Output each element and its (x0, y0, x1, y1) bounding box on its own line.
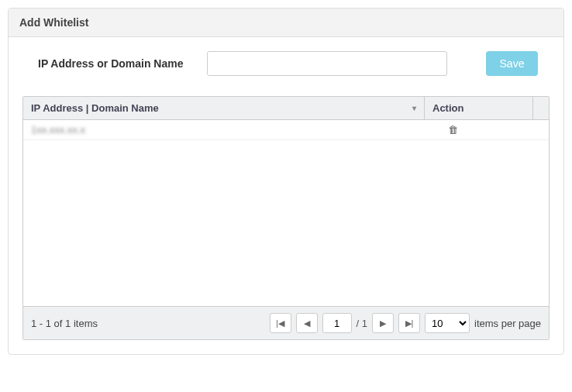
pager: |◀ ◀ / 1 ▶ ▶| 10 items (270, 313, 541, 333)
grid-footer: 1 - 1 of 1 items |◀ ◀ / 1 ▶ ▶| (23, 306, 549, 339)
column-header-ip-label: IP Address | Domain Name (31, 102, 159, 114)
chevron-right-icon: ▶ (380, 318, 386, 328)
column-header-ip[interactable]: IP Address | Domain Name ▾ (23, 97, 425, 119)
first-page-button[interactable]: |◀ (270, 313, 291, 333)
whitelist-form-row: IP Address or Domain Name Save (22, 51, 550, 76)
trash-icon[interactable]: 🗑 (448, 124, 458, 136)
total-pages-label: / 1 (357, 318, 367, 329)
total-pages-value: 1 (362, 318, 367, 329)
cell-ip: 1xx.xxx.xx.x (23, 120, 440, 139)
first-page-icon: |◀ (276, 318, 284, 328)
next-page-button[interactable]: ▶ (372, 313, 394, 333)
ip-domain-input[interactable] (207, 51, 447, 76)
scroll-gutter (533, 97, 549, 119)
pager-summary: 1 - 1 of 1 items (31, 318, 98, 329)
grid-body[interactable]: 1xx.xxx.xx.x 🗑 (23, 120, 549, 306)
table-row: 1xx.xxx.xx.x 🗑 (23, 120, 549, 140)
last-page-icon: ▶| (405, 318, 414, 328)
add-whitelist-panel: Add Whitelist IP Address or Domain Name … (8, 8, 564, 355)
column-header-action-label: Action (432, 102, 463, 114)
save-button[interactable]: Save (486, 51, 539, 76)
per-page-label: items per page (474, 318, 541, 329)
cell-action: 🗑 (440, 120, 549, 139)
panel-body: IP Address or Domain Name Save IP Addres… (9, 37, 563, 354)
last-page-button[interactable]: ▶| (398, 313, 420, 333)
column-header-action[interactable]: Action (425, 97, 533, 119)
chevron-down-icon: ▾ (412, 104, 416, 112)
page-size-select[interactable]: 10 (425, 313, 470, 333)
grid-header: IP Address | Domain Name ▾ Action (23, 97, 549, 120)
prev-page-button[interactable]: ◀ (296, 313, 318, 333)
whitelist-grid: IP Address | Domain Name ▾ Action 1xx.xx… (22, 96, 550, 340)
ip-domain-label: IP Address or Domain Name (38, 57, 184, 70)
chevron-left-icon: ◀ (304, 318, 310, 328)
panel-title: Add Whitelist (9, 9, 563, 37)
current-page-input[interactable] (322, 313, 352, 333)
